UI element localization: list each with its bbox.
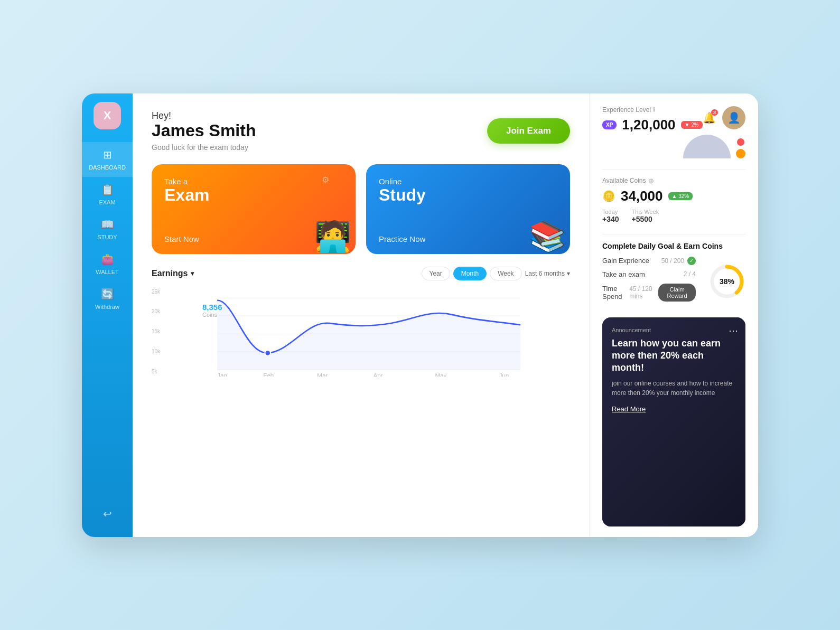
add-icon[interactable]: ⊕ bbox=[648, 177, 654, 185]
y-label-10k: 10k bbox=[152, 349, 160, 354]
xp-change: ▼ 2% bbox=[681, 121, 703, 129]
withdraw-icon: 🔄 bbox=[101, 288, 114, 300]
chart-tooltip: 8,356 Coins bbox=[202, 303, 222, 318]
header-row: Hey! James Smith Good luck for the exam … bbox=[152, 110, 570, 152]
progress-ring: 38% bbox=[708, 263, 745, 300]
today-label: Today bbox=[602, 209, 619, 215]
coins-value: 34,000 bbox=[621, 188, 663, 204]
sidebar-item-exam[interactable]: 📋 EXAM bbox=[82, 177, 133, 212]
daily-goal-section: Complete Daily Goal & Earn Coins Gain Ex… bbox=[602, 234, 745, 307]
y-label-5k: 5k bbox=[152, 369, 160, 374]
take-exam-label-top: Take a bbox=[164, 177, 343, 186]
sidebar-item-study[interactable]: 📖 STUDY bbox=[82, 212, 133, 247]
xp-label: Experience Level ℹ bbox=[602, 106, 703, 114]
coins-label: Available Coins ⊕ bbox=[602, 177, 745, 185]
x-label-jan: Jan bbox=[217, 372, 227, 377]
check-icon-0: ✓ bbox=[687, 257, 696, 265]
x-label-apr: Apr bbox=[374, 372, 383, 377]
info-icon: ℹ bbox=[653, 106, 655, 113]
announcement-title: Learn how you can earn more then 20% eac… bbox=[612, 337, 736, 374]
sidebar-item-withdraw[interactable]: 🔄 Withdraw bbox=[82, 281, 133, 316]
sidebar-item-wallet[interactable]: 👛 WALLET bbox=[82, 247, 133, 281]
goal-label-1: Take an exam bbox=[602, 270, 645, 278]
earnings-header: Earnings ▾ Year Month Week Last 6 months… bbox=[152, 267, 570, 280]
chart-filters: Year Month Week Last 6 months ▾ bbox=[422, 267, 570, 280]
x-label-may: May bbox=[435, 372, 446, 377]
announcement-menu[interactable]: ⋯ bbox=[729, 325, 738, 336]
coins-section: Available Coins ⊕ 🪙 34,000 ▲ 32% Today +… bbox=[602, 169, 745, 223]
sidebar-item-label: Withdraw bbox=[95, 304, 119, 310]
greeting-subtitle: Good luck for the exam today bbox=[152, 143, 256, 152]
main-content: Hey! James Smith Good luck for the exam … bbox=[133, 93, 758, 537]
read-more-button[interactable]: Read More bbox=[612, 405, 646, 413]
study-action: Practice Now bbox=[379, 234, 425, 243]
x-label-feb: Feb bbox=[263, 372, 274, 377]
join-exam-button[interactable]: Join Exam bbox=[487, 118, 570, 144]
xp-value: 1,20,000 bbox=[622, 117, 675, 133]
dots-decoration bbox=[736, 138, 745, 158]
announcement-description: join our online courses and how to incre… bbox=[612, 379, 736, 398]
sidebar-item-label: DASHBOARD bbox=[89, 164, 126, 171]
greeting-section: Hey! James Smith Good luck for the exam … bbox=[152, 110, 256, 152]
today-value: +340 bbox=[602, 215, 619, 223]
chart-value: 8,356 bbox=[202, 303, 222, 312]
take-exam-card[interactable]: Take a Exam ⚙ Start Now 🧑‍💻 bbox=[152, 164, 356, 254]
exam-icon: 📋 bbox=[101, 183, 114, 196]
gear-icon: ⚙ bbox=[322, 175, 329, 185]
week-value: +5500 bbox=[632, 215, 659, 223]
study-icon: 📖 bbox=[101, 218, 114, 231]
notification-bell[interactable]: 🔔 3 bbox=[703, 111, 716, 124]
semicircle-decoration bbox=[683, 135, 731, 158]
logout-button[interactable]: ↩ bbox=[103, 507, 112, 520]
week-label: This Week bbox=[632, 209, 659, 215]
dashboard-icon: ⊞ bbox=[103, 148, 112, 161]
right-panel: Experience Level ℹ XP 1,20,000 ▼ 2% 🔔 3 bbox=[589, 93, 758, 537]
announcement-card: ⋯ Announcement Learn how you can earn mo… bbox=[602, 317, 745, 526]
sidebar-logo[interactable]: X bbox=[94, 102, 121, 129]
chevron-down-icon-filter: ▾ bbox=[567, 270, 570, 277]
y-label-25k: 25k bbox=[152, 289, 160, 295]
sidebar-item-dashboard[interactable]: ⊞ DASHBOARD bbox=[82, 142, 133, 177]
coin-icon: 🪙 bbox=[602, 190, 615, 202]
announcement-content: Announcement Learn how you can earn more… bbox=[612, 327, 736, 413]
sidebar-item-label: WALLET bbox=[96, 269, 119, 275]
chart-svg: Jan Feb Mar Apr May Jun bbox=[167, 287, 570, 377]
claim-reward-button[interactable]: Claim Reward bbox=[658, 284, 696, 302]
daily-goal-content: Gain Exprience 50 / 200 ✓ Take an exam 2… bbox=[602, 257, 745, 307]
content-area: Hey! James Smith Good luck for the exam … bbox=[133, 93, 758, 537]
sidebar: X ⊞ DASHBOARD 📋 EXAM 📖 STUDY 👛 WALLET 🔄 … bbox=[82, 93, 133, 537]
y-label-20k: 20k bbox=[152, 308, 160, 314]
orange-dot bbox=[736, 149, 745, 158]
filter-week[interactable]: Week bbox=[490, 267, 521, 280]
filter-year[interactable]: Year bbox=[422, 267, 450, 280]
coins-change: ▲ 32% bbox=[668, 192, 693, 200]
red-dot bbox=[737, 138, 744, 146]
goal-label-2: Time Spend bbox=[602, 285, 629, 300]
take-exam-label-main: Exam bbox=[164, 186, 343, 204]
study-card[interactable]: Online Study Practice Now 📚 bbox=[366, 164, 570, 254]
chart-highlight-dot bbox=[265, 350, 270, 356]
study-label-main: Study bbox=[379, 186, 557, 204]
chevron-down-icon: ▾ bbox=[191, 270, 194, 277]
left-panel: Hey! James Smith Good luck for the exam … bbox=[133, 93, 589, 537]
chart-fill bbox=[217, 300, 520, 370]
filter-month[interactable]: Month bbox=[453, 267, 487, 280]
goal-row-2: Time Spend 45 / 120 mins Claim Reward bbox=[602, 284, 696, 302]
notif-area: 🔔 3 👤 bbox=[703, 106, 745, 129]
coins-today-week: Today +340 This Week +5500 bbox=[602, 209, 745, 223]
progress-ring-label: 38% bbox=[720, 277, 734, 286]
user-avatar[interactable]: 👤 bbox=[722, 106, 745, 129]
earnings-title: Earnings ▾ bbox=[152, 269, 194, 278]
goal-row-0: Gain Exprience 50 / 200 ✓ bbox=[602, 257, 696, 265]
study-label-top: Online bbox=[379, 177, 557, 186]
earnings-chart: 25k 20k 15k 10k 5k bbox=[152, 287, 570, 377]
today-period: Today +340 bbox=[602, 209, 619, 223]
greeting-hey: Hey! bbox=[152, 110, 256, 121]
earnings-section: Earnings ▾ Year Month Week Last 6 months… bbox=[152, 267, 570, 377]
goal-value-1: 2 / 4 bbox=[684, 270, 696, 278]
x-label-mar: Mar bbox=[317, 372, 328, 377]
last-months-filter[interactable]: Last 6 months ▾ bbox=[525, 270, 570, 277]
week-period: This Week +5500 bbox=[632, 209, 659, 223]
greeting-name: James Smith bbox=[152, 121, 256, 140]
app-wrapper: X ⊞ DASHBOARD 📋 EXAM 📖 STUDY 👛 WALLET 🔄 … bbox=[82, 93, 758, 537]
